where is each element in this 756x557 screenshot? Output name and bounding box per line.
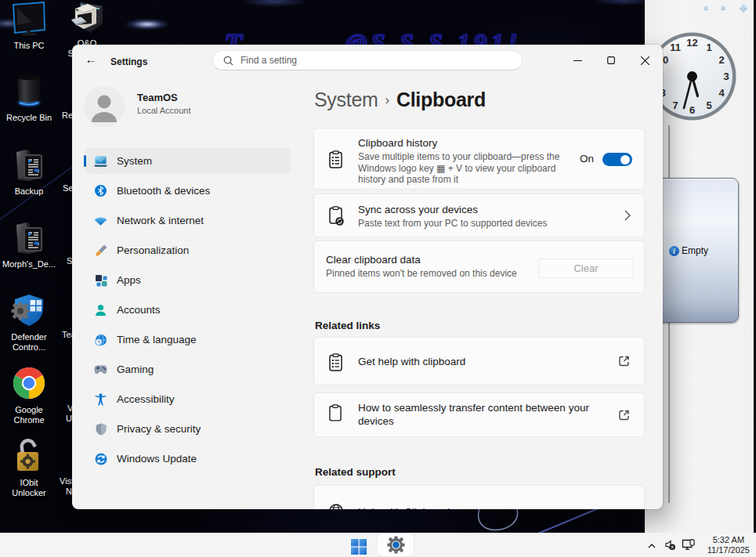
svg-text:6: 6 bbox=[689, 104, 695, 116]
svg-text:2: 2 bbox=[718, 54, 724, 66]
svg-text:4: 4 bbox=[718, 87, 725, 99]
svg-text:3: 3 bbox=[723, 71, 729, 82]
svg-text:1: 1 bbox=[706, 42, 711, 53]
svg-text:7: 7 bbox=[672, 99, 678, 111]
svg-text:12: 12 bbox=[686, 37, 697, 49]
svg-text:11: 11 bbox=[670, 42, 681, 53]
svg-text:5: 5 bbox=[706, 99, 711, 111]
